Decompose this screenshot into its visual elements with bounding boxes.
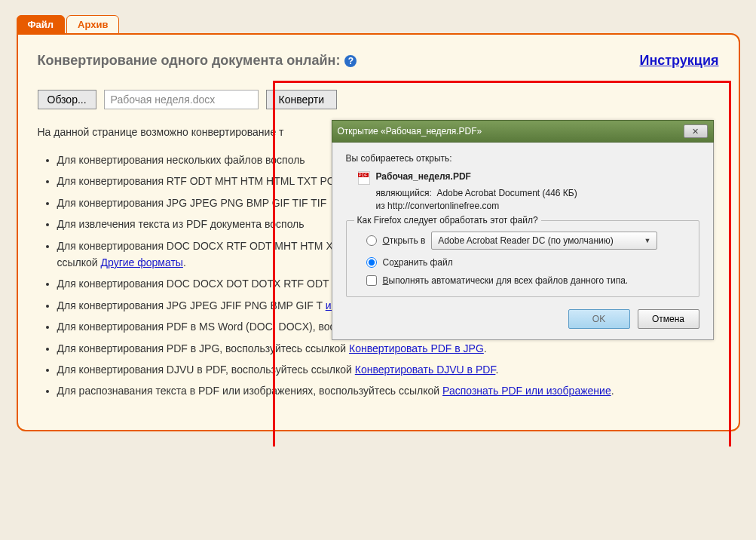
- file-path-input[interactable]: [104, 90, 259, 109]
- file-source-row: из http://convertonlinefree.com: [376, 201, 699, 211]
- radio-open-label: Открыть в: [383, 235, 426, 246]
- radio-save[interactable]: [366, 257, 377, 268]
- browse-button[interactable]: Обзор...: [38, 90, 96, 109]
- dialog-titlebar[interactable]: Открытие «Рабочая_неделя.PDF» ✕: [332, 120, 714, 143]
- auto-label: Выполнять автоматически для всех файлов …: [383, 275, 629, 286]
- convert-button[interactable]: Конверти: [266, 90, 337, 109]
- download-dialog: Открытие «Рабочая_неделя.PDF» ✕ Вы собир…: [332, 120, 714, 340]
- dialog-title: Открытие «Рабочая_неделя.PDF»: [338, 126, 482, 137]
- dialog-filename: Рабочая_неделя.PDF: [376, 171, 471, 182]
- app-select[interactable]: Adobe Acrobat Reader DC (по умолчанию) ▼: [431, 232, 657, 250]
- file-type-row: являющийся: Adobe Acrobat Document (446 …: [376, 188, 699, 198]
- dialog-intro: Вы собираетесь открыть:: [346, 153, 699, 164]
- list-item: Для распознавания текста в PDF или изобр…: [57, 382, 719, 399]
- radio-open[interactable]: [366, 235, 377, 246]
- link-ocr[interactable]: Распознать PDF или изображение: [442, 385, 611, 397]
- chevron-down-icon: ▼: [644, 237, 650, 244]
- list-item: Для конвертирования PDF в JPG, воспользу…: [57, 340, 719, 357]
- fieldset-legend: Как Firefox следует обработать этот файл…: [354, 215, 541, 226]
- auto-checkbox[interactable]: [366, 275, 377, 286]
- pdf-icon: [358, 171, 370, 185]
- close-icon: ✕: [692, 127, 699, 137]
- cancel-button[interactable]: Отмена: [638, 309, 699, 329]
- help-icon[interactable]: ?: [344, 55, 357, 67]
- ok-button[interactable]: OK: [568, 309, 630, 329]
- tab-archive[interactable]: Архив: [66, 15, 119, 34]
- app-select-label: Adobe Acrobat Reader DC (по умолчанию): [438, 235, 613, 246]
- radio-save-label: Сохранить файл: [383, 257, 453, 268]
- action-fieldset: Как Firefox следует обработать этот файл…: [346, 220, 699, 297]
- link-other-formats[interactable]: Другие форматы: [101, 256, 183, 268]
- tab-file[interactable]: Файл: [17, 15, 66, 34]
- link-djvu-pdf[interactable]: Конвертировать DJVU в PDF: [355, 364, 496, 376]
- link-pdf-jpg[interactable]: Конвертировать PDF в JPG: [349, 342, 484, 354]
- page-title: Конвертирование одного документа онлайн:: [38, 53, 341, 69]
- list-item: Для конвертирования DJVU в PDF, воспольз…: [57, 361, 719, 378]
- close-button[interactable]: ✕: [684, 124, 708, 138]
- instruction-link[interactable]: Инструкция: [639, 53, 718, 69]
